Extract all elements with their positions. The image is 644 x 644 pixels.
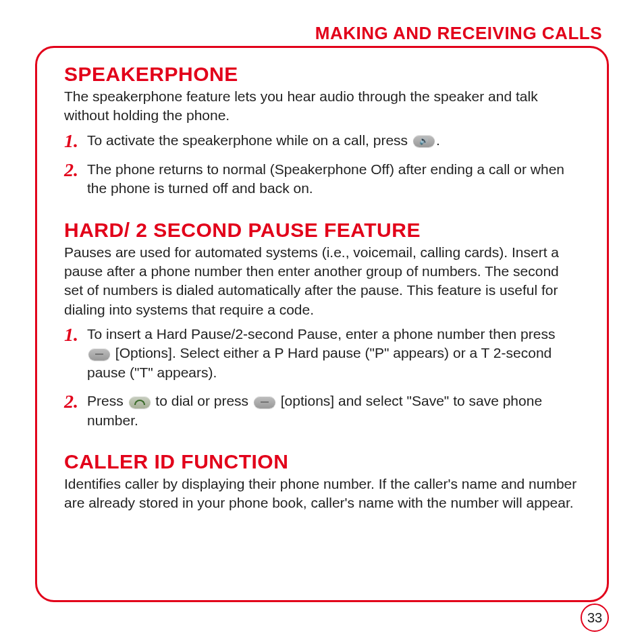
item-number: 2. [64,392,87,411]
list-item: 2. The phone returns to normal (Speakerp… [64,160,580,198]
text-span: To activate the speakerphone while on a … [87,132,412,148]
text-span: To insert a Hard Pause/2-second Pause, e… [87,326,555,342]
page-header: MAKING AND RECEIVING CALLS [315,23,602,44]
list-item: 1. To activate the speakerphone while on… [64,131,580,151]
item-number: 1. [64,131,87,151]
text-span: . [436,132,440,148]
content-frame: SPEAKERPHONE The speakerphone feature le… [35,46,609,602]
item-number: 1. [64,325,87,344]
speakerphone-intro: The speakerphone feature lets you hear a… [64,87,580,126]
list-item: 1. To insert a Hard Pause/2-second Pause… [64,325,580,382]
section-title-pause: HARD/ 2 SECOND PAUSE FEATURE [64,219,580,242]
softkey-icon [254,396,275,408]
page-number: 33 [581,603,609,632]
speakerphone-list: 1. To activate the speakerphone while on… [64,131,580,198]
text-span: [Options]. Select either a P Hard pause … [87,345,552,379]
pause-intro: Pauses are used for automated systems (i… [64,243,580,319]
item-number: 2. [64,160,87,180]
item-text: To insert a Hard Pause/2-second Pause, e… [87,325,580,382]
item-text: The phone returns to normal (Speakerphon… [87,160,580,198]
list-item: 2. Press to dial or press [options] and … [64,392,580,430]
text-span: Press [87,393,128,408]
softkey-icon [88,348,110,360]
item-text: Press to dial or press [options] and sel… [87,392,580,430]
callerid-intro: Identifies caller by displaying their ph… [64,475,580,513]
text-span: to dial or press [152,393,252,408]
section-title-callerid: CALLER ID FUNCTION [64,450,580,473]
item-text: To activate the speakerphone while on a … [87,131,580,150]
speaker-key-icon [413,135,435,147]
section-title-speakerphone: SPEAKERPHONE [64,63,580,86]
pause-list: 1. To insert a Hard Pause/2-second Pause… [64,325,580,430]
call-key-icon [129,396,151,408]
